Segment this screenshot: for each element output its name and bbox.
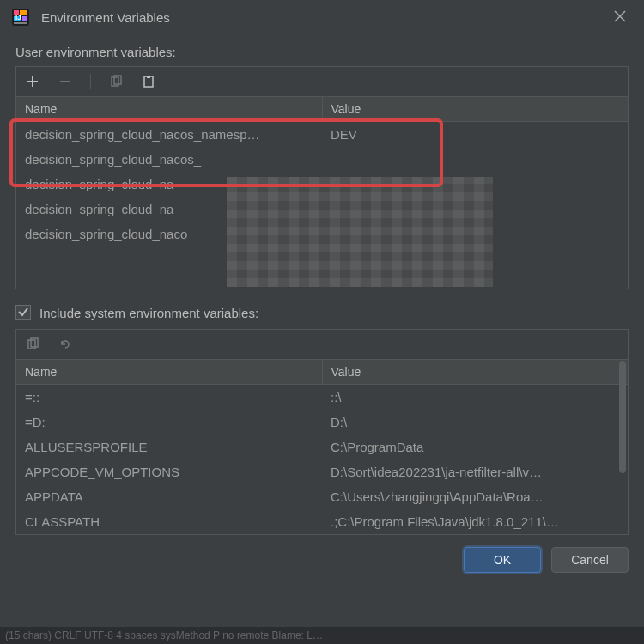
status-bar: (15 chars) CRLF UTF-8 4 spaces sysMethod… bbox=[0, 627, 644, 644]
table-row[interactable]: =D:D:\ bbox=[16, 410, 628, 434]
col-name[interactable]: Name bbox=[16, 97, 322, 122]
system-vars-table[interactable]: Name Value =::::\ =D:D:\ ALLUSERSPROFILE… bbox=[16, 360, 628, 534]
check-icon bbox=[17, 306, 29, 319]
app-icon: IJ bbox=[10, 7, 31, 27]
cancel-button[interactable]: Cancel bbox=[551, 547, 629, 573]
include-system-row[interactable]: Include system environment variables: bbox=[15, 305, 629, 320]
dialog-buttons: OK Cancel bbox=[0, 535, 644, 588]
table-row[interactable]: ALLUSERSPROFILEC:\ProgramData bbox=[16, 434, 628, 459]
add-icon[interactable] bbox=[23, 72, 42, 91]
paste-icon[interactable] bbox=[139, 72, 158, 91]
title-bar: IJ Environment Variables bbox=[0, 0, 644, 34]
include-system-checkbox[interactable] bbox=[15, 305, 31, 320]
close-icon[interactable] bbox=[606, 4, 634, 30]
window-title: Environment Variables bbox=[41, 10, 170, 25]
copy-icon[interactable] bbox=[23, 335, 42, 354]
remove-icon[interactable] bbox=[56, 72, 75, 91]
system-vars-panel: Name Value =::::\ =D:D:\ ALLUSERSPROFILE… bbox=[15, 329, 629, 535]
user-vars-toolbar bbox=[16, 67, 628, 97]
svg-rect-10 bbox=[147, 76, 150, 78]
redacted-region bbox=[227, 177, 493, 287]
col-name[interactable]: Name bbox=[16, 360, 322, 385]
col-value[interactable]: Value bbox=[322, 360, 628, 385]
user-vars-label: User environment variables: bbox=[15, 45, 629, 59]
scrollbar[interactable] bbox=[619, 361, 626, 473]
table-row[interactable]: APPDATAC:\Users\zhangjingqi\AppData\Roa… bbox=[16, 484, 628, 509]
status-text: (15 chars) CRLF UTF-8 4 spaces sysMethod… bbox=[5, 629, 323, 641]
col-value[interactable]: Value bbox=[322, 97, 628, 122]
table-row[interactable]: decision_spring_cloud_nacos_namesp…DEV bbox=[16, 122, 628, 148]
table-row[interactable]: decision_spring_cloud_nacos_ bbox=[16, 147, 628, 172]
table-row[interactable]: APPCODE_VM_OPTIONSD:\Sort\idea202231\ja-… bbox=[16, 459, 628, 484]
toolbar-separator bbox=[90, 74, 91, 89]
table-row[interactable]: =::::\ bbox=[16, 385, 628, 410]
revert-icon[interactable] bbox=[56, 335, 75, 354]
table-row[interactable]: CLASSPATH.;C:\Program Files\Java\jdk1.8.… bbox=[16, 509, 628, 534]
system-vars-toolbar bbox=[16, 330, 628, 360]
svg-text:IJ: IJ bbox=[15, 14, 21, 21]
svg-rect-4 bbox=[22, 16, 27, 21]
copy-icon[interactable] bbox=[106, 72, 125, 91]
svg-rect-5 bbox=[14, 22, 27, 24]
user-vars-panel: Name Value decision_spring_cloud_nacos_n… bbox=[15, 66, 629, 289]
include-system-label: Include system environment variables: bbox=[39, 306, 258, 320]
ok-button[interactable]: OK bbox=[464, 547, 541, 573]
